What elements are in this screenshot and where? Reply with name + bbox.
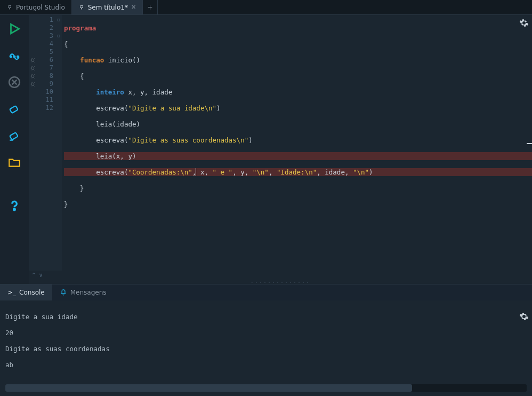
tab-console[interactable]: >_ Console — [0, 284, 52, 300]
console-line: 20 — [5, 329, 13, 337]
line-number-gutter: 1 2 3 4 5 6 7 8 9 10 11 12 — [36, 15, 55, 271]
tab-console-label: Console — [19, 289, 45, 296]
run-button[interactable] — [6, 20, 23, 37]
console-horizontal-scrollbar[interactable] — [5, 384, 527, 392]
bottom-panel: >_ Console Mensagens Digite a sua idade … — [0, 284, 532, 396]
console-line: Digite as suas coordenadas — [5, 345, 110, 353]
scrollbar-thumb[interactable] — [5, 384, 412, 392]
right-resize-handle[interactable] — [527, 143, 532, 145]
tab-home[interactable]: Portugol Studio — [0, 0, 72, 14]
svg-rect-7 — [10, 106, 18, 113]
console-output[interactable]: Digite a sua idade 20 Digite as suas coo… — [0, 300, 532, 382]
panel-tab-bar: >_ Console Mensagens — [0, 284, 532, 300]
fold-gutter[interactable]: ⊟⊟ — [55, 15, 62, 271]
terminal-icon: >_ — [7, 289, 16, 296]
svg-point-3 — [10, 56, 12, 58]
open-folder-button[interactable] — [6, 154, 23, 171]
close-icon[interactable]: ✕ — [131, 4, 136, 11]
tab-home-label: Portugol Studio — [16, 4, 65, 11]
code-area[interactable]: programa { funcao inicio() { inteiro x, … — [62, 15, 532, 271]
bell-icon — [60, 288, 67, 297]
stop-button[interactable] — [6, 74, 23, 91]
tab-messages-label: Mensagens — [70, 289, 107, 296]
svg-point-11 — [31, 67, 34, 69]
svg-point-9 — [14, 209, 15, 210]
tab-new[interactable]: + — [143, 0, 158, 14]
tab-file-label: Sem título1* — [88, 4, 128, 11]
tab-file[interactable]: Sem título1* ✕ — [72, 0, 143, 14]
left-toolbar — [0, 15, 29, 284]
console-settings-button[interactable] — [495, 304, 529, 331]
svg-point-10 — [31, 59, 34, 62]
horizontal-splitter[interactable]: .............. — [29, 280, 532, 284]
eraser-button[interactable] — [6, 100, 23, 117]
console-line: Digite a sua idade — [5, 313, 77, 321]
svg-point-1 — [80, 5, 83, 8]
help-button[interactable] — [6, 197, 23, 215]
debug-button[interactable] — [6, 47, 23, 64]
tab-bar: Portugol Studio Sem título1* ✕ + — [0, 0, 532, 15]
svg-marker-2 — [11, 24, 19, 33]
svg-point-12 — [31, 75, 34, 78]
console-line: ab — [5, 361, 13, 369]
svg-rect-8 — [10, 132, 18, 140]
plus-icon: + — [148, 4, 153, 11]
editor-settings-button[interactable] — [519, 18, 529, 29]
svg-point-4 — [14, 56, 15, 58]
lightbulb-icon — [78, 4, 85, 11]
main-row: 1 2 3 4 5 6 7 8 9 10 11 12 ⊟⊟ pro — [0, 15, 532, 284]
lightbulb-icon — [6, 4, 13, 11]
code-editor[interactable]: 1 2 3 4 5 6 7 8 9 10 11 12 ⊟⊟ pro — [29, 15, 532, 271]
editor-wrap: 1 2 3 4 5 6 7 8 9 10 11 12 ⊟⊟ pro — [29, 15, 532, 284]
tab-messages[interactable]: Mensagens — [52, 284, 114, 300]
svg-point-5 — [17, 56, 19, 58]
brush-button[interactable] — [6, 127, 23, 144]
svg-point-13 — [31, 83, 34, 86]
breakpoint-gutter[interactable] — [29, 15, 36, 271]
svg-point-0 — [9, 5, 11, 8]
